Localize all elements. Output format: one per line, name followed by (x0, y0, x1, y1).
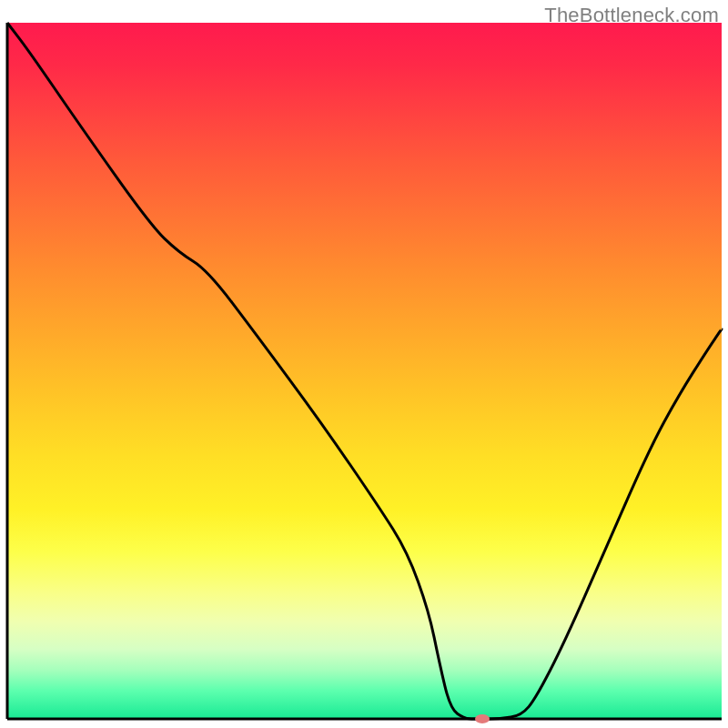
chart-background-gradient (7, 23, 722, 719)
chart-container: { "watermark": "TheBottleneck.com", "cha… (0, 0, 728, 728)
optimal-point-marker (475, 714, 490, 723)
watermark-text: TheBottleneck.com (544, 4, 719, 27)
bottleneck-chart (0, 0, 728, 728)
